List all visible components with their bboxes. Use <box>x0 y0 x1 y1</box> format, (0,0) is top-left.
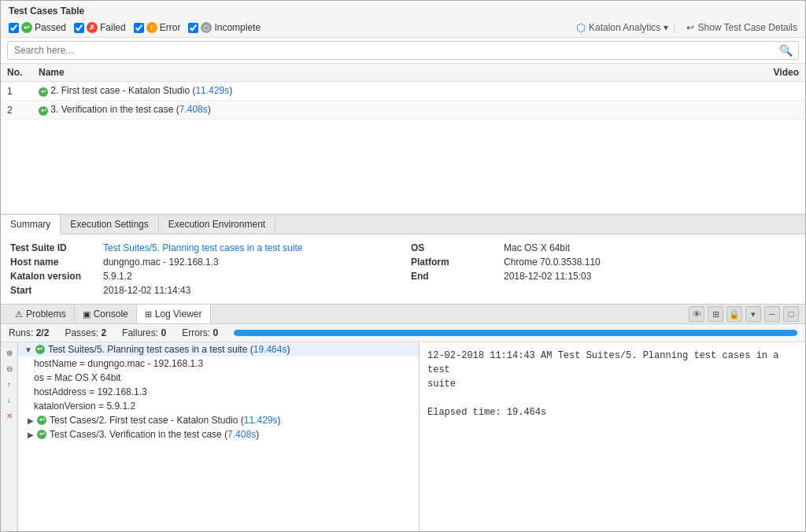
log-line-4: Elapsed time: 19.464s <box>427 405 797 419</box>
katalon-version-value: 5.9.1.2 <box>103 271 132 282</box>
filter-error: ! Error <box>134 22 181 33</box>
tree-suite-item[interactable]: ▼ ↩ Test Suites/5. Planning test cases i… <box>18 342 419 357</box>
expand-down-button[interactable]: ⊖ <box>2 361 17 375</box>
incomplete-status-icon: ◌ <box>201 22 212 33</box>
log-line-3 <box>427 391 797 405</box>
tree-side-actions: ⊕ ⊖ ↑ ↓ ✕ <box>1 342 18 531</box>
grid-action-button[interactable]: ⊞ <box>708 306 723 322</box>
maximize-action-button[interactable]: □ <box>783 306 799 322</box>
bottom-tab-actions: 👁 ⊞ 🔒 ▾ ─ □ <box>689 306 799 322</box>
property-hostaddress-value: hostAddress = 192.168.1.3 <box>34 386 147 397</box>
case1-collapse-arrow[interactable]: ▶ <box>28 416 34 425</box>
lock-action-button[interactable]: 🔒 <box>727 306 742 322</box>
row-video <box>758 82 805 101</box>
bottom-content: ⊕ ⊖ ↑ ↓ ✕ ▼ ↩ Test Suites/5. Planning te… <box>1 342 805 531</box>
tab-log-viewer[interactable]: ⊞ Log Viewer <box>137 305 211 323</box>
collapse-up-button[interactable]: ⊕ <box>2 345 17 360</box>
property-hostname-value: hostName = dungngo.mac - 192.168.1.3 <box>34 358 203 369</box>
tab-problems[interactable]: ⚠ Problems <box>7 305 75 323</box>
bottom-tab-list: ⚠ Problems ▣ Console ⊞ Log Viewer <box>7 305 211 323</box>
tree-property-hostname: hostName = dungngo.mac - 192.168.1.3 <box>18 357 419 371</box>
property-katalonversion-value: katalonVersion = 5.9.1.2 <box>34 401 135 412</box>
row-name: ↩ 2. First test case - Katalon Studio (1… <box>32 82 758 101</box>
show-test-case-details-button[interactable]: ↩ Show Test Case Details <box>686 22 797 33</box>
os-label: OS <box>411 242 497 253</box>
filter-action-button[interactable]: ▾ <box>745 306 761 322</box>
tree-property-hostaddress: hostAddress = 192.168.1.3 <box>18 385 419 399</box>
eye-action-button[interactable]: 👁 <box>689 306 704 322</box>
start-label: Start <box>10 285 97 296</box>
search-bar: 🔍 <box>1 38 805 64</box>
platform-label: Platform <box>411 257 497 268</box>
case1-status-icon: ↩ <box>37 416 46 425</box>
move-down-button[interactable]: ↓ <box>2 393 17 407</box>
col-video-header: Video <box>758 64 805 82</box>
katalon-version-label: Katalon version <box>10 271 97 282</box>
suite-collapse-arrow[interactable]: ▼ <box>24 345 32 354</box>
tab-execution-environment[interactable]: Execution Environment <box>159 215 275 234</box>
failures-value: 0 <box>161 327 166 338</box>
analytics-chevron-icon: ▾ <box>664 22 668 33</box>
row-name: ↩ 3. Verification in the test case (7.40… <box>32 101 758 120</box>
filter-passed-checkbox[interactable] <box>9 23 19 33</box>
tab-console[interactable]: ▣ Console <box>75 305 137 323</box>
console-icon: ▣ <box>83 309 91 320</box>
delete-button[interactable]: ✕ <box>2 408 17 423</box>
case1-time-link[interactable]: 11.429s <box>244 415 278 426</box>
progress-bar-fill <box>234 330 797 336</box>
errors-label: Errors: 0 <box>182 327 218 338</box>
summary-right: OS Mac OS X 64bit Platform Chrome 70.0.3… <box>411 241 796 297</box>
filter-error-checkbox[interactable] <box>134 23 144 33</box>
filter-bar: ↩ Passed ✗ Failed ! Error <box>9 21 797 34</box>
bottom-tabs: ⚠ Problems ▣ Console ⊞ Log Viewer 👁 ⊞ 🔒 … <box>1 305 805 324</box>
log-line-1: 12-02-2018 11:14:43 AM Test Suites/5. Pl… <box>427 349 797 377</box>
separator: | <box>673 22 675 33</box>
passes-label: Passes: 2 <box>65 327 106 338</box>
case2-collapse-arrow[interactable]: ▶ <box>28 430 34 439</box>
tab-summary[interactable]: Summary <box>1 215 61 235</box>
suite-id-label: Test Suite ID <box>10 242 97 253</box>
case2-status-icon: ↩ <box>37 430 46 439</box>
col-name-header: Name <box>32 64 758 82</box>
empty-rows-area <box>1 120 805 214</box>
tree-property-katalonversion: katalonVersion = 5.9.1.2 <box>18 399 419 413</box>
table-row[interactable]: 2 ↩ 3. Verification in the test case (7.… <box>1 101 805 120</box>
table-row[interactable]: 1 ↩ 2. First test case - Katalon Studio … <box>1 82 805 101</box>
summary-row-start: Start 2018-12-02 11:14:43 <box>10 283 395 297</box>
katalon-analytics-button[interactable]: ⬡ Katalon Analytics ▾ <box>576 21 668 34</box>
filter-failed-checkbox[interactable] <box>74 23 84 33</box>
col-no-header: No. <box>1 64 32 82</box>
tree-case-1[interactable]: ▶ ↩ Test Cases/2. First test case - Kata… <box>18 413 419 427</box>
filter-incomplete-label: Incomplete <box>214 22 261 33</box>
summary-row-suite-id: Test Suite ID Test Suites/5. Planning te… <box>10 241 395 255</box>
case2-time-link[interactable]: 7.408s <box>227 429 256 440</box>
move-up-button[interactable]: ↑ <box>2 377 17 391</box>
search-input[interactable] <box>7 41 799 60</box>
suite-id-value[interactable]: Test Suites/5. Planning test cases in a … <box>103 242 302 253</box>
filter-incomplete: ◌ Incomplete <box>188 22 261 33</box>
test-cases-header: Test Cases Table ↩ Passed ✗ Failed <box>1 1 805 38</box>
errors-value: 0 <box>213 327 218 338</box>
platform-value: Chrome 70.0.3538.110 <box>504 257 601 268</box>
test-table: No. Name Video 1 ↩ 2. First test case - … <box>1 64 805 120</box>
progress-bar-container <box>234 330 797 336</box>
minimize-action-button[interactable]: ─ <box>764 306 780 322</box>
case2-name: Test Cases/3. Verification in the test c… <box>50 429 259 440</box>
suite-status-icon: ↩ <box>35 345 45 354</box>
summary-grid: Test Suite ID Test Suites/5. Planning te… <box>10 241 796 297</box>
app-window: Test Cases Table ↩ Passed ✗ Failed <box>0 0 806 532</box>
summary-row-katalon-version: Katalon version 5.9.1.2 <box>10 269 395 283</box>
row-video <box>758 101 805 120</box>
row-time-link[interactable]: 7.408s <box>179 104 208 115</box>
suite-label: Test Suites/5. Planning test cases in a … <box>48 344 290 355</box>
log-line-2: suite <box>427 377 797 391</box>
row-time-link[interactable]: 11.429s <box>195 85 229 96</box>
filter-passed-label: Passed <box>35 22 66 33</box>
run-stats-bar: Runs: 2/2 Passes: 2 Failures: 0 Errors: … <box>1 324 805 342</box>
bottom-panel: ⚠ Problems ▣ Console ⊞ Log Viewer 👁 ⊞ 🔒 … <box>1 305 805 531</box>
row-no: 2 <box>1 101 32 120</box>
filter-incomplete-checkbox[interactable] <box>188 23 198 33</box>
tab-execution-settings[interactable]: Execution Settings <box>61 215 158 234</box>
tree-case-2[interactable]: ▶ ↩ Test Cases/3. Verification in the te… <box>18 427 419 441</box>
start-value: 2018-12-02 11:14:43 <box>103 285 190 296</box>
